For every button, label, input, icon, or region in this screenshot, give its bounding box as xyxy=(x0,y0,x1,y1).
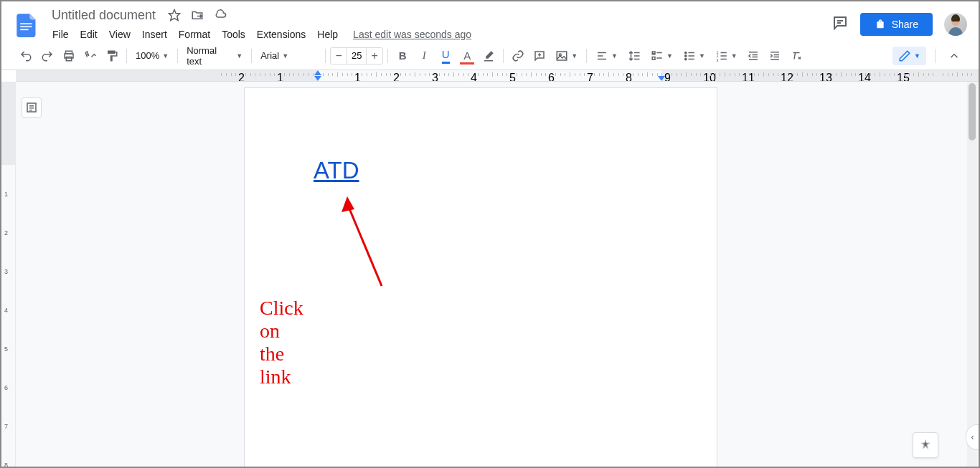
document-title[interactable]: Untitled document xyxy=(47,6,160,24)
move-icon[interactable] xyxy=(189,6,206,24)
cloud-icon[interactable] xyxy=(212,6,229,24)
svg-marker-3 xyxy=(169,10,180,21)
clear-formatting-button[interactable] xyxy=(786,46,806,66)
menu-bar: File Edit View Insert Format Tools Exten… xyxy=(47,26,831,43)
menu-edit[interactable]: Edit xyxy=(75,26,103,43)
menu-insert[interactable]: Insert xyxy=(137,26,172,43)
paint-format-button[interactable] xyxy=(102,46,122,66)
explore-button[interactable] xyxy=(913,432,938,458)
svg-rect-1 xyxy=(20,26,32,27)
svg-point-22 xyxy=(685,54,687,56)
user-avatar[interactable] xyxy=(944,13,967,36)
bold-button[interactable]: B xyxy=(392,46,413,66)
redo-button[interactable] xyxy=(37,46,57,66)
menu-tools[interactable]: Tools xyxy=(217,26,250,43)
toolbar: 100%▼ Normal text▼ Arial▼ − + B I U A ▼ … xyxy=(1,42,979,70)
text-color-button[interactable]: A xyxy=(457,46,477,66)
font-size-group: − + xyxy=(330,47,383,65)
editing-mode-button[interactable]: ▼ xyxy=(892,47,926,65)
svg-rect-0 xyxy=(20,23,32,24)
title-area: Untitled document File Edit View Insert … xyxy=(47,6,831,43)
svg-point-23 xyxy=(685,58,687,59)
italic-button[interactable]: I xyxy=(414,46,434,66)
menu-help[interactable]: Help xyxy=(312,26,343,43)
font-dropdown[interactable]: Arial▼ xyxy=(256,47,321,64)
zoom-dropdown[interactable]: 100%▼ xyxy=(131,47,173,64)
svg-point-21 xyxy=(685,52,687,53)
document-area: ATD Click on the link xyxy=(16,82,979,467)
canvas-area: 12345678910 ATD Click on the link ‹ xyxy=(1,82,979,467)
menu-format[interactable]: Format xyxy=(174,26,215,43)
bulleted-list-button[interactable]: ▼ xyxy=(679,47,710,65)
highlight-button[interactable] xyxy=(479,46,499,66)
font-size-decrease[interactable]: − xyxy=(331,48,347,64)
hide-menus-button[interactable] xyxy=(944,46,964,66)
outline-button[interactable] xyxy=(22,97,42,118)
print-button[interactable] xyxy=(59,46,79,66)
font-size-input[interactable] xyxy=(347,48,367,64)
svg-rect-19 xyxy=(652,57,655,59)
share-label: Share xyxy=(892,19,918,30)
svg-text:3: 3 xyxy=(716,57,718,62)
docs-logo[interactable] xyxy=(13,10,42,39)
horizontal-ruler[interactable]: 21123456789101112131415 xyxy=(16,70,979,82)
line-spacing-button[interactable] xyxy=(623,47,645,65)
document-link[interactable]: ATD xyxy=(314,157,359,183)
menu-view[interactable]: View xyxy=(104,26,136,43)
spellcheck-button[interactable] xyxy=(80,46,100,66)
app-header: Untitled document File Edit View Insert … xyxy=(1,1,979,42)
checklist-button[interactable]: ▼ xyxy=(646,47,677,65)
menu-extensions[interactable]: Extensions xyxy=(252,26,311,43)
increase-indent-button[interactable] xyxy=(765,46,785,66)
comments-icon[interactable] xyxy=(831,14,849,34)
numbered-list-button[interactable]: 123▼ xyxy=(711,47,742,65)
vertical-ruler[interactable]: 12345678910 xyxy=(1,82,16,467)
font-size-increase[interactable]: + xyxy=(367,48,382,64)
undo-button[interactable] xyxy=(16,46,36,66)
share-button[interactable]: Share xyxy=(860,13,933,36)
add-comment-button[interactable] xyxy=(529,46,550,66)
decrease-indent-button[interactable] xyxy=(743,46,763,66)
insert-image-button[interactable]: ▼ xyxy=(551,47,582,65)
svg-rect-12 xyxy=(557,52,567,60)
svg-rect-2 xyxy=(20,29,28,31)
insert-link-button[interactable] xyxy=(508,46,528,66)
align-button[interactable]: ▼ xyxy=(591,47,622,65)
vertical-scrollbar[interactable] xyxy=(967,82,977,467)
star-icon[interactable] xyxy=(166,6,183,24)
last-edit-link[interactable]: Last edit was seconds ago xyxy=(353,29,471,40)
underline-button[interactable]: U xyxy=(435,46,456,66)
style-dropdown[interactable]: Normal text▼ xyxy=(182,42,247,70)
document-page[interactable]: ATD xyxy=(244,87,717,467)
menu-file[interactable]: File xyxy=(47,26,74,43)
